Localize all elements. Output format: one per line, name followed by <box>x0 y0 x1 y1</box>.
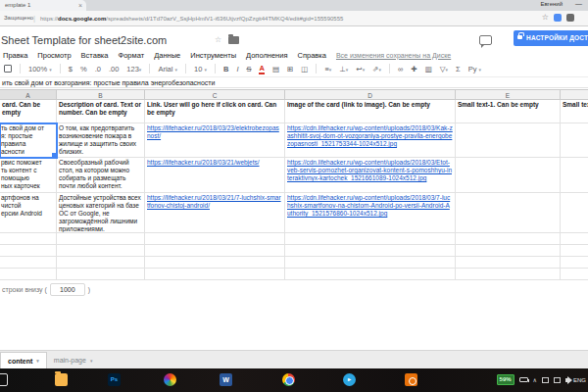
chevron-down-icon[interactable]: ▾ <box>90 358 93 364</box>
empty-cell[interactable] <box>145 233 285 245</box>
empty-cell[interactable] <box>561 257 588 269</box>
column-header-a[interactable]: A <box>0 89 57 100</box>
number-format-button[interactable]: 123▾ <box>126 65 141 74</box>
menu-edit[interactable]: Правка <box>3 51 27 60</box>
decrease-decimals-button[interactable]: .0 <box>95 65 101 74</box>
bookmark-star-icon[interactable]: ☆ <box>542 13 549 22</box>
browser-profile-name[interactable]: Евгений <box>540 1 563 7</box>
cell-d4-link[interactable]: https://cdn.lifehacker.ru/wp-content/upl… <box>285 193 456 233</box>
cell-e1[interactable]: Small text-1. Can be empty <box>456 100 561 123</box>
menu-tools[interactable]: Инструменты <box>190 51 236 60</box>
share-button[interactable]: НАСТРОЙКИ ДОСТУПА <box>514 30 588 46</box>
tab-close-icon[interactable]: × <box>78 0 82 11</box>
window-minimize-icon[interactable]: — <box>575 0 582 7</box>
cell-f4[interactable] <box>561 193 588 233</box>
functions-button[interactable]: Σ <box>456 65 461 74</box>
more-button[interactable]: Py ▾ <box>468 65 481 74</box>
touchpad-icon[interactable] <box>554 377 561 383</box>
app-icon[interactable] <box>164 373 176 386</box>
comments-icon[interactable] <box>479 35 492 45</box>
translate-extension-icon[interactable] <box>554 14 562 22</box>
format-currency-button[interactable]: $ <box>69 65 73 74</box>
cell-a4[interactable]: артфонов на чистой ерсии Android <box>0 193 57 233</box>
cell-f2[interactable] <box>561 123 588 158</box>
cell-b4[interactable]: Достойные устройства всех ценовых катего… <box>57 193 145 233</box>
battery-icon[interactable] <box>519 377 528 382</box>
empty-cell[interactable] <box>0 269 57 280</box>
app-icon[interactable] <box>0 373 8 386</box>
cell-d3-link[interactable]: https://cdn.lifehacker.ru/wp-content/upl… <box>285 158 456 193</box>
font-size-select[interactable]: 10 ▾ <box>194 65 207 74</box>
empty-cell[interactable] <box>57 269 145 280</box>
empty-cell[interactable] <box>0 233 57 245</box>
cell-e2[interactable] <box>456 123 561 158</box>
empty-cell[interactable] <box>145 245 285 257</box>
empty-cell[interactable] <box>561 233 588 245</box>
empty-cell[interactable] <box>456 257 561 269</box>
url-text[interactable]: https://docs.google.com/spreadsheets/d/1… <box>40 16 343 22</box>
formula-bar[interactable]: ить свой дом от возгорания: простые прав… <box>0 78 588 88</box>
cell-c3-link[interactable]: https://lifehacker.ru/2018/03/21/webjets… <box>145 158 285 193</box>
network-icon[interactable] <box>542 377 549 383</box>
browser-urlbar[interactable]: Защищено | https://docs.google.com/sprea… <box>0 11 588 26</box>
app-icon[interactable] <box>405 373 417 386</box>
increase-decimals-button[interactable]: .00 <box>109 65 119 74</box>
cell-b3[interactable]: Своеобразный рабочий стол, на котором мо… <box>57 158 145 193</box>
empty-cell[interactable] <box>0 245 57 257</box>
empty-cell[interactable] <box>57 257 145 269</box>
empty-cell[interactable] <box>456 269 561 280</box>
column-header-d[interactable]: D <box>285 89 456 100</box>
column-header-f[interactable]: F <box>561 89 588 100</box>
extension-icon[interactable] <box>566 14 574 22</box>
cell-a1[interactable]: card. Can be empty <box>0 100 57 123</box>
empty-cell[interactable] <box>456 245 561 257</box>
vertical-align-icon[interactable]: ⊥▾ <box>339 65 348 74</box>
insert-comment-icon[interactable]: ✚ <box>411 65 416 74</box>
add-rows-count-input[interactable]: 1000 <box>50 283 85 296</box>
browser-tab[interactable]: emplate 1 × <box>0 0 86 11</box>
cell-e4[interactable] <box>456 193 561 233</box>
sheet-tab-main-page[interactable]: main-page ▾ <box>47 352 100 368</box>
menu-format[interactable]: Формат <box>119 51 145 60</box>
column-header-e[interactable]: E <box>456 89 561 100</box>
empty-cell[interactable] <box>145 257 285 269</box>
empty-cell[interactable] <box>561 269 588 280</box>
empty-cell[interactable] <box>285 245 456 257</box>
move-folder-icon[interactable] <box>228 36 239 44</box>
strikethrough-button[interactable]: S <box>246 65 251 74</box>
empty-cell[interactable] <box>57 233 145 245</box>
cell-c4-link[interactable]: https://lifehacker.ru/2018/03/21/7-luchs… <box>145 193 285 233</box>
tray-expand-icon[interactable]: ∧ <box>533 376 537 383</box>
horizontal-align-icon[interactable]: ≡▾ <box>324 65 331 74</box>
merge-cells-icon[interactable]: ◫ <box>301 65 308 74</box>
empty-cell[interactable] <box>285 269 456 280</box>
paint-format-icon[interactable] <box>4 65 12 73</box>
insert-link-icon[interactable]: ∞ <box>398 65 403 74</box>
favorite-star-icon[interactable]: ☆ <box>215 35 221 44</box>
empty-cell[interactable] <box>456 233 561 245</box>
chevron-down-icon[interactable]: ▾ <box>36 358 39 364</box>
cell-a3[interactable]: рвис поможет ть контент с помощью ных ка… <box>0 158 57 193</box>
insert-chart-icon[interactable]: ▥ <box>425 65 432 74</box>
chrome-icon[interactable] <box>282 373 295 386</box>
text-color-button[interactable]: A <box>259 64 264 74</box>
italic-button[interactable]: I <box>236 65 238 74</box>
fill-color-icon[interactable]: ▤ <box>272 65 279 74</box>
menu-insert[interactable]: Вставка <box>81 51 109 60</box>
volume-icon[interactable] <box>565 378 568 382</box>
menu-help[interactable]: Справка <box>298 51 326 60</box>
cell-d2-link[interactable]: https://cdn.lifehacker.ru/wp-content/upl… <box>285 123 456 158</box>
cell-f1[interactable]: Small text-2. Can be empty <box>561 100 588 123</box>
menu-addons[interactable]: Дополнения <box>246 51 287 60</box>
empty-cell[interactable] <box>57 245 145 257</box>
font-select[interactable]: Arial ▾ <box>158 65 177 74</box>
borders-icon[interactable]: ⊞ <box>287 65 293 74</box>
text-wrap-icon[interactable]: ↩▾ <box>356 65 365 74</box>
document-title[interactable]: Sheet Template for sheet2site.com <box>1 34 167 46</box>
sheet-tab-content[interactable]: content ▾ <box>0 352 47 368</box>
empty-cell[interactable] <box>0 257 57 269</box>
cell-a2-selected[interactable]: ть свой дом от я: простые правила асност… <box>0 123 57 158</box>
column-header-c[interactable]: C <box>145 89 285 100</box>
file-explorer-icon[interactable] <box>55 373 68 386</box>
menu-data[interactable]: Данные <box>154 51 180 60</box>
